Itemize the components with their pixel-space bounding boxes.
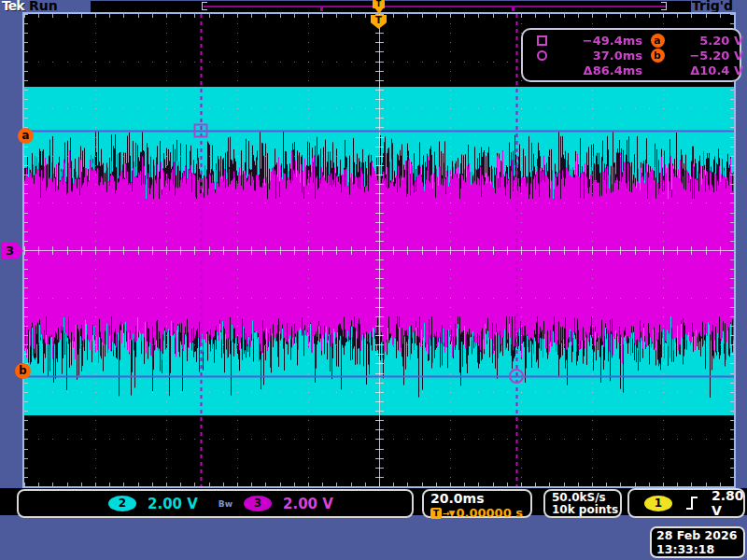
record-view-line xyxy=(204,6,666,7)
delta-time: Δ86.4ms xyxy=(584,63,642,77)
channel3-ground-marker: 3 xyxy=(1,243,23,259)
record-length: 10k points xyxy=(552,504,620,516)
cursor-a-voltage: 5.20 V xyxy=(699,34,743,48)
trigger-position-value: 0.00000 s xyxy=(456,506,522,520)
cursor-b-marker: b xyxy=(15,363,31,379)
waveform-display xyxy=(24,14,734,486)
record-view-cursor2-mark xyxy=(512,7,514,11)
circle-cursor-symbol xyxy=(537,50,547,61)
cursor-b-voltage: −5.20 V xyxy=(689,49,743,63)
trigger-readout: 1 2.80 V xyxy=(627,488,745,518)
datetime-display: 28 Feb 2026 13:33:18 xyxy=(650,526,745,558)
record-view-left-bracket xyxy=(202,2,207,10)
channel3-scale: 2.00 V xyxy=(283,496,333,512)
cursor1-time: −49.4ms xyxy=(583,34,642,48)
acquisition-status: Run xyxy=(29,0,58,13)
record-view-cursor1-mark xyxy=(320,7,323,11)
rising-edge-icon xyxy=(685,496,698,511)
cursor2-time: 37.0ms xyxy=(593,49,642,63)
cursor-readout: −49.4ms a 5.20 V 37.0ms b −5.20 V Δ86.4m… xyxy=(521,28,741,82)
date-value: 28 Feb 2026 xyxy=(656,528,743,542)
record-view-right-bracket xyxy=(661,2,667,10)
bandwidth-limit-indicator: Bw xyxy=(218,499,233,509)
channel2-scale: 2.00 V xyxy=(148,496,198,512)
horizontal-readout: 20.0ms T →▼ 0.00000 s xyxy=(422,489,532,518)
channel2-badge: 2 xyxy=(108,496,136,511)
acquisition-readout: 50.0kS/s 10k points xyxy=(543,489,622,518)
trigger-t-icon: T xyxy=(430,508,442,519)
cursor-a-marker: a xyxy=(18,128,34,144)
record-view xyxy=(91,1,691,12)
timebase-scale: 20.0ms xyxy=(430,492,530,505)
channel3-badge: 3 xyxy=(244,496,272,511)
channel1-badge: 1 xyxy=(644,496,672,511)
trigger-position-arrows-icon: →▼ xyxy=(443,509,454,518)
trigger-status: Trig'd xyxy=(692,0,733,13)
cursor-b-badge: b xyxy=(651,49,665,63)
trigger-position-arrow-icon xyxy=(374,7,384,14)
cursor-a-badge: a xyxy=(651,34,665,48)
channel-readouts: 2 2.00 V Bw 3 2.00 V xyxy=(17,489,414,518)
time-value: 13:33:18 xyxy=(656,542,743,556)
delta-voltage: Δ10.4 V xyxy=(690,63,743,77)
square-cursor-symbol xyxy=(537,35,547,46)
trigger-level: 2.80 V xyxy=(712,488,744,518)
tek-logo: Tek xyxy=(2,0,24,13)
